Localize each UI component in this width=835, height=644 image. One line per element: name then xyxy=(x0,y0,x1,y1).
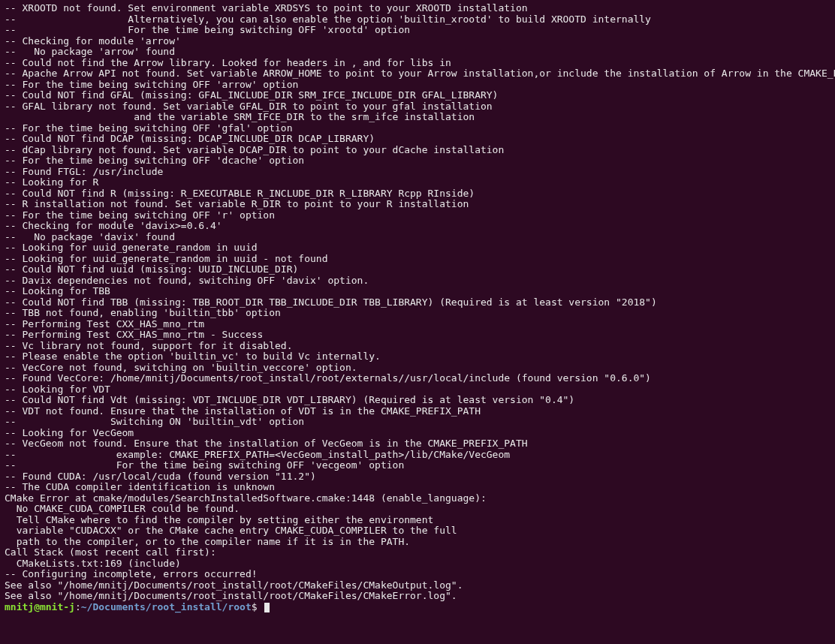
output-line: CMake Error at cmake/modules/SearchInsta… xyxy=(5,493,830,504)
output-line: Tell CMake where to find the compiler by… xyxy=(5,515,830,526)
prompt-path: ~/Documents/root_install/root xyxy=(81,601,252,612)
output-line: -- For the time being switching OFF 'vec… xyxy=(5,460,830,471)
output-line: No CMAKE_CUDA_COMPILER could be found. xyxy=(5,504,830,515)
output-line: See also "/home/mnitj/Documents/root_ins… xyxy=(5,591,830,602)
output-line: -- Could NOT find GFAL (missing: GFAL_IN… xyxy=(5,90,830,101)
output-line: -- Found CUDA: /usr/local/cuda (found ve… xyxy=(5,471,830,483)
output-line: -- Davix dependencies not found, switchi… xyxy=(5,275,830,287)
output-line: -- Alternatively, you can also enable th… xyxy=(5,14,830,26)
output-line: Call Stack (most recent call first): xyxy=(5,547,830,558)
output-line: -- Could NOT find uuid (missing: UUID_IN… xyxy=(5,264,830,275)
output-line: CMakeLists.txt:169 (include) xyxy=(5,558,830,570)
output-line: -- For the time being switching OFF 'r' … xyxy=(5,210,830,221)
output-line: -- TBB not found, enabling 'builtin_tbb'… xyxy=(5,308,830,319)
output-line: and the variable SRM_IFCE_DIR to the srm… xyxy=(5,112,830,123)
prompt-separator: : xyxy=(75,601,81,612)
output-line: -- Could NOT find R (missing: R_EXECUTAB… xyxy=(5,188,830,200)
output-line: -- Looking for uuid_generate_random in u… xyxy=(5,254,830,265)
output-line: -- Configuring incomplete, errors occurr… xyxy=(5,569,830,580)
output-line: -- R installation not found. Set variabl… xyxy=(5,199,830,210)
output-line: -- Could NOT find DCAP (missing: DCAP_IN… xyxy=(5,134,830,145)
output-line: -- The CUDA compiler identification is u… xyxy=(5,482,830,493)
output-line: -- For the time being switching OFF 'arr… xyxy=(5,80,830,91)
output-line: -- Found FTGL: /usr/include xyxy=(5,167,830,178)
output-line: -- Performing Test CXX_HAS_mno_rtm xyxy=(5,319,830,330)
output-line: -- VecCore not found, switching on 'buil… xyxy=(5,363,830,374)
output-line: -- dCap library not found. Set variable … xyxy=(5,145,830,156)
output-line: -- Looking for VDT xyxy=(5,384,830,396)
shell-prompt[interactable]: mnitj@mnit-j:~/Documents/root_install/ro… xyxy=(5,602,830,613)
output-line: -- Could not find the Arrow library. Loo… xyxy=(5,58,830,69)
output-line: -- Performing Test CXX_HAS_mno_rtm - Suc… xyxy=(5,330,830,341)
output-line: -- Looking for R xyxy=(5,177,830,188)
terminal-output[interactable]: -- XROOTD not found. Set environment var… xyxy=(0,0,835,615)
output-line: See also "/home/mnitj/Documents/root_ins… xyxy=(5,580,830,591)
output-line: -- Vc library not found, support for it … xyxy=(5,341,830,352)
output-line: -- No package 'arrow' found xyxy=(5,47,830,58)
output-line: path to the compiler, or to the compiler… xyxy=(5,537,830,548)
prompt-user-host: mnitj@mnit-j xyxy=(5,601,75,612)
output-line: -- Could NOT find Vdt (missing: VDT_INCL… xyxy=(5,395,830,406)
output-line: -- Please enable the option 'builtin_vc'… xyxy=(5,351,830,363)
output-line: -- GFAL library not found. Set variable … xyxy=(5,101,830,113)
output-line: -- Found VecCore: /home/mnitj/Documents/… xyxy=(5,373,830,384)
output-line: -- example: CMAKE_PREFIX_PATH=<VecGeom_i… xyxy=(5,450,830,461)
output-line: -- VecGeom not found. Ensure that the in… xyxy=(5,438,830,450)
cursor-icon xyxy=(264,603,270,612)
output-line: -- Apache Arrow API not found. Set varia… xyxy=(5,68,830,80)
output-line: -- Checking for module 'davix>=0.6.4' xyxy=(5,221,830,232)
output-line: -- Looking for uuid_generate_random in u… xyxy=(5,242,830,254)
output-line: -- Looking for TBB xyxy=(5,286,830,297)
output-line: -- For the time being switching OFF 'xro… xyxy=(5,25,830,36)
output-line: -- No package 'davix' found xyxy=(5,232,830,243)
output-line: -- Switching ON 'builtin_vdt' option xyxy=(5,417,830,428)
output-line: variable "CUDACXX" or the CMake cache en… xyxy=(5,525,830,537)
output-line: -- XROOTD not found. Set environment var… xyxy=(5,3,830,14)
output-line: -- VDT not found. Ensure that the instal… xyxy=(5,406,830,417)
prompt-dollar: $ xyxy=(252,601,264,612)
output-line: -- Could NOT find TBB (missing: TBB_ROOT… xyxy=(5,297,830,308)
output-line: -- For the time being switching OFF 'dca… xyxy=(5,155,830,167)
output-line: -- For the time being switching OFF 'gfa… xyxy=(5,123,830,134)
output-line: -- Checking for module 'arrow' xyxy=(5,36,830,47)
output-line: -- Looking for VecGeom xyxy=(5,428,830,439)
